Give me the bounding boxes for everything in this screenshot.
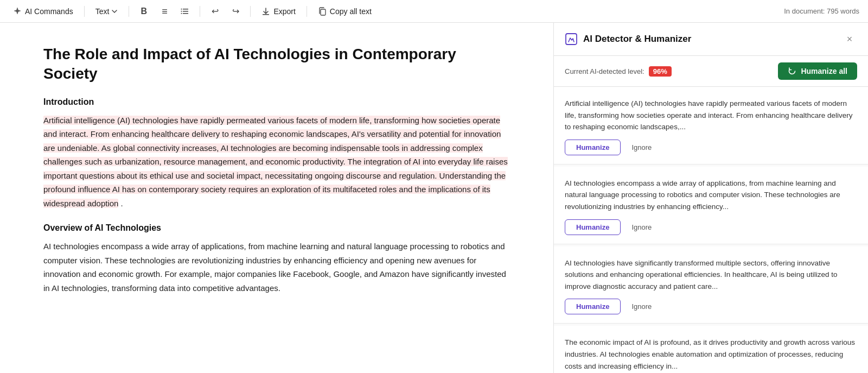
detection-item-3: The economic impact of AI is profound, a… — [554, 326, 868, 373]
document-title: The Role and Impact of AI Technologies i… — [43, 45, 510, 84]
ai-level-display: Current AI-detected level: 96% — [565, 66, 672, 77]
svg-point-4 — [181, 10, 182, 11]
svg-rect-6 — [263, 14, 269, 15]
toolbar-right: In document: 795 words — [784, 7, 859, 15]
undo-button[interactable]: ↩ — [207, 3, 223, 20]
highlighted-text: Artificial intelligence (AI) technologie… — [43, 116, 508, 208]
detection-item-1: AI technologies encompass a wide array o… — [554, 167, 868, 244]
humanize-button-2[interactable]: Humanize — [565, 299, 621, 314]
detection-item-2: AI technologies have significantly trans… — [554, 246, 868, 324]
ignore-button-2[interactable]: Ignore — [629, 299, 654, 314]
svg-rect-0 — [183, 9, 188, 10]
humanize-button-0[interactable]: Humanize — [565, 140, 621, 155]
copy-icon — [318, 7, 327, 16]
text-label: Text — [95, 7, 110, 16]
list-icon — [181, 7, 189, 16]
section-heading-overview: Overview of AI Technologies — [43, 223, 510, 233]
align-button[interactable]: ≡ — [156, 3, 173, 20]
undo-icon: ↩ — [212, 6, 219, 16]
detection-item-0: Artificial intelligence (AI) technologie… — [554, 87, 868, 165]
copy-all-button[interactable]: Copy all text — [314, 5, 376, 18]
panel-close-button[interactable]: × — [842, 31, 857, 47]
ai-level-label: Current AI-detected level: — [565, 67, 644, 75]
ai-commands-button[interactable]: AI Commands — [9, 5, 78, 18]
editor-area[interactable]: The Role and Impact of AI Technologies i… — [0, 23, 553, 373]
export-icon — [261, 7, 270, 16]
humanize-button-1[interactable]: Humanize — [565, 219, 621, 235]
divider-3 — [200, 6, 200, 17]
detection-text-0: Artificial intelligence (AI) technologie… — [565, 98, 857, 133]
detector-icon — [565, 33, 578, 46]
export-label: Export — [273, 7, 295, 16]
svg-point-3 — [181, 8, 182, 9]
divider-5 — [307, 6, 307, 17]
section-heading-introduction: Introduction — [43, 97, 510, 107]
overview-paragraph: AI technologies encompass a wide array o… — [43, 239, 510, 295]
svg-point-5 — [181, 12, 182, 14]
close-icon: × — [847, 34, 853, 45]
ai-commands-label: AI Commands — [25, 7, 73, 16]
word-count: In document: 795 words — [784, 7, 859, 15]
svg-rect-7 — [321, 9, 326, 15]
detection-actions-1: Humanize Ignore — [565, 219, 857, 235]
humanize-all-button[interactable]: Humanize all — [778, 62, 857, 80]
svg-rect-1 — [183, 11, 188, 12]
ignore-button-1[interactable]: Ignore — [629, 220, 654, 235]
sparkle-icon — [13, 7, 22, 16]
align-icon: ≡ — [162, 7, 168, 16]
redo-icon: ↪ — [232, 6, 239, 16]
humanize-all-label: Humanize all — [801, 67, 847, 75]
panel-title: AI Detector & Humanizer — [583, 34, 691, 45]
divider-2 — [129, 6, 129, 17]
introduction-paragraph: Artificial intelligence (AI) technologie… — [43, 113, 510, 211]
toolbar: AI Commands Text B ≡ — [0, 0, 868, 23]
divider-4 — [250, 6, 251, 17]
toolbar-left: AI Commands Text B ≡ — [9, 3, 780, 20]
detection-text-3: The economic impact of AI is profound, a… — [565, 337, 857, 372]
detection-actions-2: Humanize Ignore — [565, 299, 857, 314]
bold-button[interactable]: B — [136, 3, 152, 20]
copy-all-label: Copy all text — [330, 7, 372, 16]
detection-text-2: AI technologies have significantly trans… — [565, 257, 857, 293]
chevron-down-icon — [111, 8, 118, 15]
divider-1 — [84, 6, 85, 17]
panel-title-row: AI Detector & Humanizer — [565, 33, 691, 46]
panel-toolbar: Current AI-detected level: 96% Humanize … — [554, 56, 868, 87]
list-button[interactable] — [177, 3, 193, 20]
ignore-button-0[interactable]: Ignore — [629, 140, 654, 155]
ai-percentage-badge: 96% — [649, 66, 672, 77]
redo-button[interactable]: ↪ — [227, 3, 244, 20]
main-layout: The Role and Impact of AI Technologies i… — [0, 23, 868, 373]
bold-icon: B — [141, 7, 148, 16]
right-panel: AI Detector & Humanizer × Current AI-det… — [553, 23, 868, 373]
refresh-icon — [788, 67, 796, 75]
text-dropdown-button[interactable]: Text — [91, 5, 123, 18]
detection-actions-0: Humanize Ignore — [565, 140, 857, 155]
trailing-period: . — [118, 199, 123, 208]
svg-rect-2 — [183, 13, 188, 14]
panel-content: Artificial intelligence (AI) technologie… — [554, 87, 868, 373]
detection-text-1: AI technologies encompass a wide array o… — [565, 178, 857, 213]
export-button[interactable]: Export — [257, 5, 299, 18]
panel-header: AI Detector & Humanizer × — [554, 23, 868, 56]
